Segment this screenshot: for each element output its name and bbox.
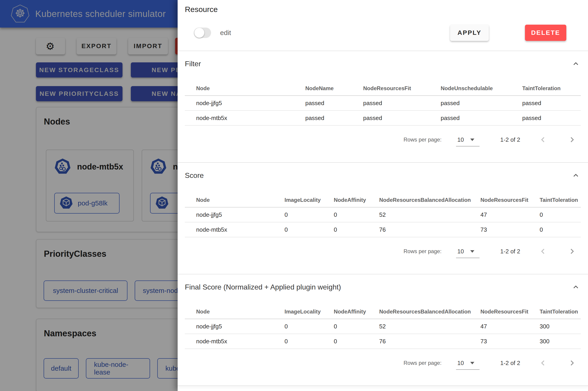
- cell: passed: [305, 100, 363, 107]
- prev-page-button[interactable]: [538, 246, 549, 257]
- filter-table: Node NodeName NodeResourcesFit NodeUnsch…: [185, 81, 581, 126]
- chevron-right-icon: [567, 135, 576, 144]
- chevron-up-icon: [572, 283, 580, 291]
- cell: passed: [305, 115, 363, 122]
- chevron-up-icon: [572, 171, 580, 180]
- cell: 0: [334, 211, 379, 218]
- caret-down-icon: [470, 250, 474, 253]
- final-score-pagination: Rows per page: 10 1-2 of 2: [185, 353, 581, 373]
- table-header-row: Node ImageLocality NodeAffinity NodeReso…: [185, 305, 581, 319]
- cell: 0: [284, 338, 334, 345]
- column-header: NodeResourcesBalancedAllocation: [379, 197, 480, 203]
- drawer-title: Resource: [185, 5, 581, 14]
- score-collapse-button[interactable]: [571, 170, 581, 180]
- column-header: ImageLocality: [284, 308, 334, 315]
- cell: 0: [540, 211, 581, 218]
- final-score-table: Node ImageLocality NodeAffinity NodeReso…: [185, 305, 581, 349]
- column-header: NodeResourcesFit: [480, 197, 540, 203]
- rows-per-page-label: Rows per page:: [404, 136, 442, 143]
- column-header: Node: [185, 308, 284, 315]
- cell: passed: [441, 115, 522, 122]
- resource-drawer: Resource edit APPLY DELETE Filter Node: [178, 0, 588, 391]
- filter-collapse-button[interactable]: [571, 59, 581, 69]
- rows-per-page-select[interactable]: 10: [457, 356, 482, 370]
- chevron-left-icon: [539, 247, 548, 256]
- cell: 47: [480, 323, 540, 330]
- table-row[interactable]: node-jjfg5 0 0 52 47 0: [185, 207, 581, 222]
- filter-pagination: Rows per page: 10 1-2 of 2: [185, 129, 581, 150]
- column-header: NodeAffinity: [334, 308, 379, 315]
- filter-section-title: Filter: [185, 60, 201, 68]
- column-header: NodeResourcesFit: [480, 308, 540, 315]
- table-row[interactable]: node-jjfg5 passed passed passed passed: [185, 96, 581, 111]
- prev-page-button[interactable]: [538, 358, 549, 368]
- page-range: 1-2 of 2: [500, 136, 520, 143]
- caret-down-icon: [470, 139, 474, 141]
- column-header: NodeName: [305, 85, 363, 92]
- column-header: ImageLocality: [284, 197, 334, 203]
- column-header: TaintToleration: [522, 85, 581, 92]
- table-row[interactable]: node-jjfg5 0 0 52 47 300: [185, 319, 581, 334]
- resource-definition-section: Resource Definition: [178, 386, 588, 391]
- column-header: TaintToleration: [540, 197, 581, 203]
- cell: node-jjfg5: [185, 100, 305, 107]
- column-header: NodeResourcesFit: [363, 85, 441, 92]
- chevron-up-icon: [572, 60, 580, 68]
- cell: 0: [334, 338, 379, 345]
- column-header: TaintToleration: [540, 308, 581, 315]
- final-score-collapse-button[interactable]: [571, 282, 581, 292]
- rows-per-page-label: Rows per page:: [404, 360, 442, 366]
- score-section-title: Score: [185, 171, 204, 180]
- chevron-left-icon: [539, 358, 548, 368]
- column-header: Node: [185, 85, 305, 92]
- cell: passed: [363, 115, 441, 122]
- edit-toggle[interactable]: [194, 28, 211, 38]
- cell: 0: [334, 226, 379, 233]
- cell: 52: [379, 211, 480, 218]
- next-page-button[interactable]: [566, 358, 577, 368]
- chevron-right-icon: [567, 358, 576, 368]
- cell: 0: [284, 211, 334, 218]
- page-range: 1-2 of 2: [500, 248, 520, 255]
- cell: 300: [540, 338, 581, 345]
- drawer-header: Resource edit APPLY DELETE: [178, 0, 588, 51]
- next-page-button[interactable]: [566, 246, 577, 257]
- table-row[interactable]: node-mtb5x passed passed passed passed: [185, 111, 581, 126]
- page-range: 1-2 of 2: [500, 360, 520, 367]
- cell: 76: [379, 226, 480, 233]
- cell: 52: [379, 323, 480, 330]
- cell: node-jjfg5: [185, 211, 284, 218]
- cell: 0: [540, 226, 581, 233]
- column-header: Node: [185, 197, 284, 203]
- cell: node-mtb5x: [185, 226, 284, 233]
- apply-button[interactable]: APPLY: [450, 25, 489, 41]
- cell: passed: [363, 100, 441, 107]
- cell: passed: [522, 115, 581, 122]
- table-row[interactable]: node-mtb5x 0 0 76 73 0: [185, 222, 581, 237]
- cell: node-mtb5x: [185, 338, 284, 345]
- cell: 47: [480, 211, 540, 218]
- cell: 76: [379, 338, 480, 345]
- cell: passed: [441, 100, 522, 107]
- cell: 0: [334, 323, 379, 330]
- prev-page-button[interactable]: [538, 134, 549, 145]
- delete-button[interactable]: DELETE: [525, 25, 566, 41]
- caret-down-icon: [470, 362, 474, 364]
- cell: node-mtb5x: [185, 115, 305, 122]
- rows-per-page-select[interactable]: 10: [457, 245, 482, 258]
- table-row[interactable]: node-mtb5x 0 0 76 73 300: [185, 334, 581, 349]
- cell: 73: [480, 338, 540, 345]
- rows-per-page-label: Rows per page:: [404, 248, 442, 255]
- filter-section: Filter Node NodeName NodeResourcesFit No…: [178, 51, 588, 162]
- cell: 0: [284, 226, 334, 233]
- score-section: Score Node ImageLocality NodeAffinity No…: [178, 163, 588, 274]
- edit-toggle-label: edit: [220, 29, 231, 37]
- next-page-button[interactable]: [566, 134, 577, 145]
- cell: passed: [522, 100, 581, 107]
- column-header: NodeResourcesBalancedAllocation: [379, 308, 480, 315]
- rows-per-page-select[interactable]: 10: [457, 133, 482, 146]
- cell: 0: [284, 323, 334, 330]
- chevron-right-icon: [567, 247, 576, 256]
- cell: 300: [540, 323, 581, 330]
- chevron-left-icon: [539, 135, 548, 144]
